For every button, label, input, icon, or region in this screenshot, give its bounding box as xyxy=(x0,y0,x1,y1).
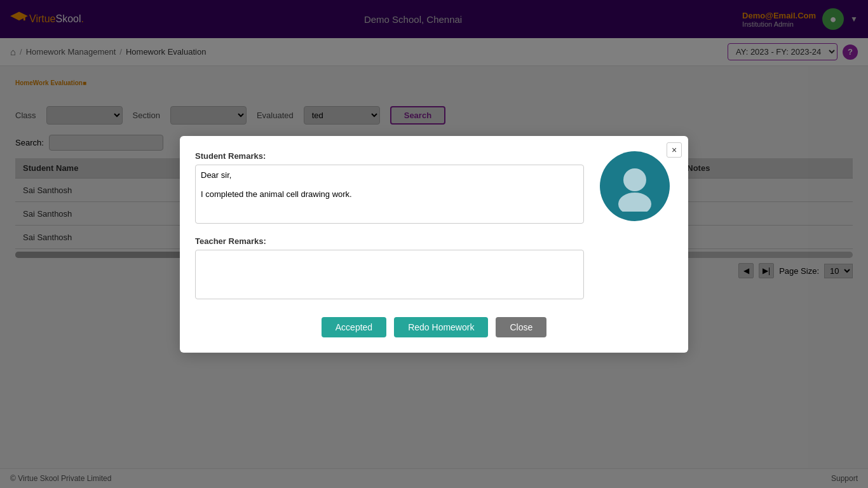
accepted-button[interactable]: Accepted xyxy=(322,317,386,337)
student-remarks-textarea[interactable]: Dear sir, I completed the animal cell dr… xyxy=(195,165,584,224)
svg-point-3 xyxy=(618,193,651,212)
modal-left: Student Remarks: Dear sir, I completed t… xyxy=(195,151,584,302)
student-remarks-label: Student Remarks: xyxy=(195,151,584,161)
modal-footer: Accepted Redo Homework Close xyxy=(195,317,673,337)
modal-overlay: × Student Remarks: Dear sir, I completed… xyxy=(0,0,868,488)
close-modal-button[interactable]: Close xyxy=(496,317,546,337)
modal-close-button[interactable]: × xyxy=(667,142,682,158)
redo-homework-button[interactable]: Redo Homework xyxy=(394,317,488,337)
svg-point-2 xyxy=(623,168,646,191)
evaluation-modal: × Student Remarks: Dear sir, I completed… xyxy=(180,136,688,353)
teacher-remarks-label: Teacher Remarks: xyxy=(195,236,584,246)
student-avatar xyxy=(600,151,670,221)
teacher-remarks-textarea[interactable] xyxy=(195,250,584,299)
modal-right xyxy=(597,151,673,302)
modal-body: Student Remarks: Dear sir, I completed t… xyxy=(195,151,673,302)
